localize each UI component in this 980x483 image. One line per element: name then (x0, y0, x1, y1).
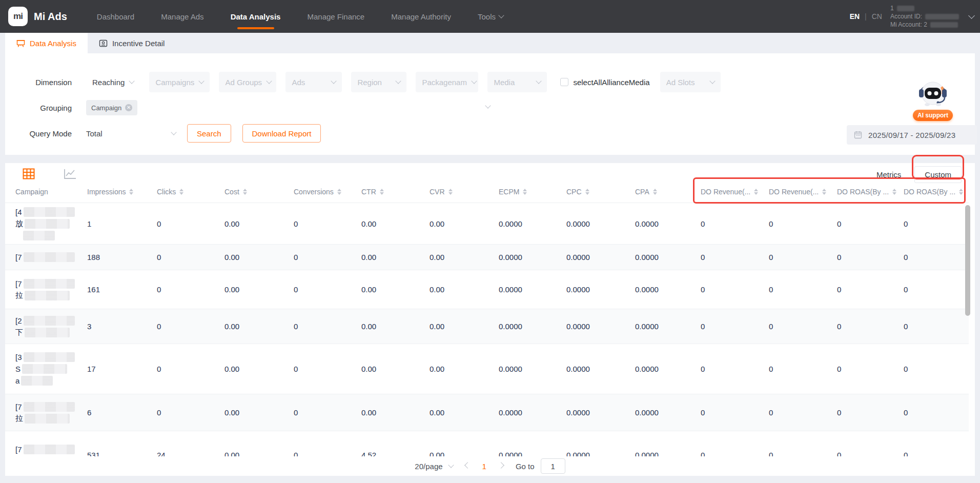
table-row[interactable]: [3Sa1700.0000.000.000.00000.00000.000000… (5, 344, 969, 394)
table-row[interactable]: [2下300.0000.000.000.00000.00000.00000000 (5, 309, 969, 344)
metric-cell: 0 (769, 219, 837, 228)
sort-desc-icon (129, 192, 133, 195)
column-header-cvr[interactable]: CVR (430, 188, 499, 196)
metric-cell: 0 (769, 408, 837, 417)
next-page-icon[interactable] (498, 462, 504, 469)
nav-item-dashboard[interactable]: Dashboard (97, 0, 134, 33)
sort-icon[interactable] (243, 189, 247, 195)
download-report-button[interactable]: Download Report (242, 124, 321, 143)
packagenam-select[interactable]: Packagenam (416, 72, 478, 92)
column-header-clicks[interactable]: Clicks (157, 188, 224, 196)
table-row[interactable]: [4放100.0000.000.000.00000.00000.00000000 (5, 203, 969, 245)
search-button[interactable]: Search (187, 124, 231, 143)
sort-icon[interactable] (959, 189, 963, 195)
ai-support-widget[interactable]: AI support (911, 77, 954, 121)
metric-cell: 0 (701, 365, 769, 373)
mi-logo-icon[interactable]: mi (8, 7, 28, 26)
metric-cell: 0 (294, 408, 361, 417)
page-size-select[interactable]: 20/page (415, 462, 453, 471)
column-header-do-revenue[interactable]: DO Revenue(... (701, 188, 769, 196)
tab-incentive-detail[interactable]: Incentive Detail (88, 33, 176, 53)
column-header-ecpm[interactable]: ECPM (499, 188, 566, 196)
goto-page-input[interactable] (541, 458, 565, 474)
column-header-do-roas-by[interactable]: DO ROAS(By ... (904, 188, 969, 196)
sort-icon[interactable] (585, 189, 589, 195)
lang-en[interactable]: EN (850, 12, 860, 21)
sort-icon[interactable] (822, 189, 826, 195)
column-header-impressions[interactable]: Impressions (87, 188, 157, 196)
column-header-cpc[interactable]: CPC (566, 188, 635, 196)
media-select[interactable]: Media (487, 72, 547, 92)
view-switch-icons (23, 168, 77, 179)
select-all-alliance-media[interactable]: selectAllAllianceMedia (560, 78, 649, 87)
table-row[interactable]: [7531240.0004.520.000.00000.00000.000000… (5, 431, 969, 456)
redacted-campaign-name (25, 291, 70, 300)
campaign-cell: [2下 (15, 312, 87, 341)
chevron-down-icon (471, 78, 477, 84)
metric-cell: 0.00 (224, 322, 294, 331)
nav-item-tools[interactable]: Tools (478, 0, 503, 33)
sort-icon[interactable] (448, 189, 453, 195)
sort-icon[interactable] (179, 189, 183, 195)
campaigns-select[interactable]: Campaigns (149, 72, 210, 92)
metric-cell: 0 (294, 451, 361, 456)
grouping-chip-campaign[interactable]: Campaign ✕ (86, 100, 137, 115)
current-page-number[interactable]: 1 (482, 462, 486, 471)
chip-remove-icon[interactable]: ✕ (125, 104, 132, 111)
table-row[interactable]: [7拉600.0000.000.000.00000.00000.00000000 (5, 394, 969, 431)
sort-icon[interactable] (523, 189, 527, 195)
column-header-cost[interactable]: Cost (224, 188, 294, 196)
account-chevron-down-icon[interactable] (968, 12, 975, 19)
vertical-scrollbar[interactable] (965, 205, 970, 316)
sort-icon[interactable] (337, 189, 341, 195)
redacted-campaign-name (21, 376, 53, 386)
metric-cell: 188 (87, 253, 157, 261)
sort-asc-icon (959, 189, 963, 191)
table-view-icon[interactable] (23, 168, 35, 179)
sort-icon[interactable] (380, 189, 384, 195)
nav-item-manage-ads[interactable]: Manage Ads (161, 0, 203, 33)
select-value: Media (494, 78, 515, 87)
campaign-cell: [7拉 (15, 398, 87, 427)
ai-support-label[interactable]: AI support (913, 110, 953, 121)
lang-cn[interactable]: CN (872, 12, 882, 21)
campaign-name-line (15, 230, 87, 240)
metrics-button[interactable]: Metrics (876, 170, 901, 179)
metric-cell: 4.52 (361, 451, 430, 456)
date-range-picker[interactable]: 2025/09/17 - 2025/09/23 (847, 125, 977, 145)
column-label: Conversions (294, 188, 334, 196)
ad-groups-select[interactable]: Ad Groups (219, 72, 276, 92)
nav-item-manage-finance[interactable]: Manage Finance (307, 0, 364, 33)
campaign-cell: [4放 (15, 203, 87, 244)
sort-icon[interactable] (129, 189, 133, 195)
query-mode-select[interactable]: Total (86, 129, 176, 138)
campaign-name-prefix: [4 (15, 208, 22, 216)
metric-cell: 0.0000 (566, 253, 635, 261)
column-header-do-roas-by[interactable]: DO ROAS(By ... (837, 188, 904, 196)
region-select[interactable]: Region (351, 72, 406, 92)
table-row[interactable]: [7拉16100.0000.000.000.00000.00000.000000… (5, 270, 969, 309)
table-row[interactable]: [718800.0000.000.000.00000.00000.0000000… (5, 245, 969, 270)
sort-icon[interactable] (892, 189, 896, 195)
ad-slots-select[interactable]: Ad Slots (660, 72, 721, 92)
nav-item-data-analysis[interactable]: Data Analysis (231, 0, 281, 33)
column-header-do-revenue[interactable]: DO Revenue(... (769, 188, 837, 196)
column-header-cpa[interactable]: CPA (635, 188, 701, 196)
account-info[interactable]: 1 Account ID: Mi Account: 2 (890, 4, 959, 29)
tab-data-analysis[interactable]: Data Analysis (5, 33, 88, 53)
sort-icon[interactable] (754, 189, 758, 195)
column-header-ctr[interactable]: CTR (361, 188, 430, 196)
prev-page-icon[interactable] (464, 462, 471, 469)
chart-view-icon[interactable] (64, 168, 77, 179)
metric-cell: 0 (701, 322, 769, 331)
ads-select[interactable]: Ads (285, 72, 342, 92)
campaign-name-prefix: [7 (15, 253, 22, 261)
column-header-conversions[interactable]: Conversions (294, 188, 361, 196)
alliance-media-checkbox[interactable] (560, 78, 568, 86)
metric-cell: 0.00 (430, 365, 499, 373)
sort-icon[interactable] (653, 189, 657, 195)
nav-item-manage-authority[interactable]: Manage Authority (391, 0, 451, 33)
reaching-select[interactable]: Reaching (86, 72, 140, 92)
account-id-label: Account ID: (890, 12, 922, 21)
metric-cell: 1 (87, 219, 157, 228)
